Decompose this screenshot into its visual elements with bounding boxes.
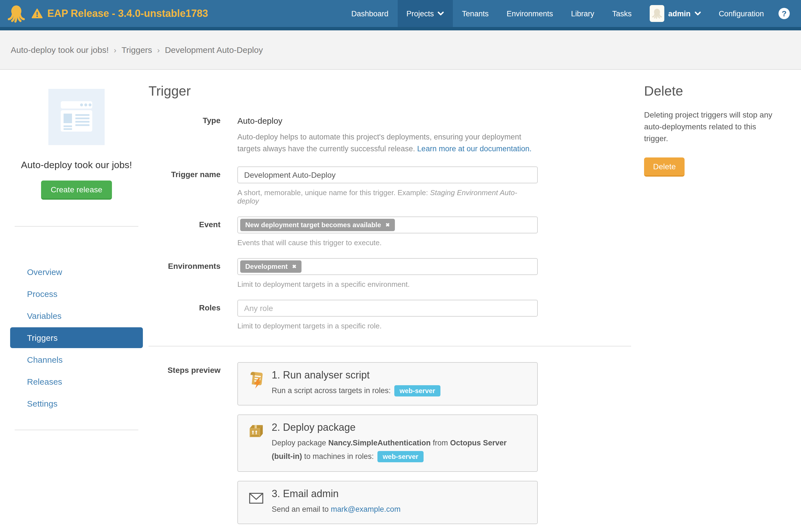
step-description: Deploy package Nancy.SimpleAuthenticatio…	[272, 437, 528, 463]
steps-preview-list: 1. Run analyser script Run a script acro…	[237, 362, 538, 532]
roles-hint: Limit to deployment targets in a specifi…	[237, 322, 538, 330]
roles-label: Roles	[149, 300, 237, 330]
nav-dashboard[interactable]: Dashboard	[342, 0, 397, 27]
sidebar-item-releases[interactable]: Releases	[10, 371, 143, 392]
nav-projects[interactable]: Projects	[397, 0, 453, 27]
step-description-text: Run a script across targets in roles:	[272, 386, 390, 395]
delete-button[interactable]: Delete	[644, 157, 685, 176]
trigger-name-input[interactable]	[237, 167, 538, 183]
octopus-logo-icon[interactable]	[7, 4, 26, 23]
help-menu[interactable]: ?	[773, 0, 801, 27]
sidebar-item-overview[interactable]: Overview	[10, 262, 143, 282]
event-field: New deployment target becomes available …	[237, 216, 538, 247]
step-description-text: to machines in roles:	[302, 452, 374, 460]
breadcrumb-current: Development Auto-Deploy	[165, 45, 263, 55]
top-nav-bar: EAP Release - 3.4.0-unstable1783 Dashboa…	[0, 0, 801, 27]
nav-label: Tenants	[462, 9, 489, 18]
octopus-deploy-app: EAP Release - 3.4.0-unstable1783 Dashboa…	[0, 0, 801, 532]
main-nav: Dashboard Projects Tenants Environments …	[342, 0, 801, 27]
type-field: Auto-deploy Auto-deploy helps to automat…	[237, 113, 538, 155]
breadcrumb-separator: ›	[114, 45, 116, 54]
envelope-icon	[247, 488, 266, 516]
project-name: Auto-deploy took our jobs!	[10, 160, 143, 171]
header-brand: EAP Release - 3.4.0-unstable1783	[0, 0, 208, 27]
trigger-name-hint: A short, memorable, unique name for this…	[237, 188, 538, 205]
step-card-email-admin: 3. Email admin Send an email to mark@exa…	[237, 480, 538, 524]
nav-label: Dashboard	[351, 9, 388, 18]
trigger-name-field: A short, memorable, unique name for this…	[237, 167, 538, 205]
page-content: Auto-deploy took our jobs! Create releas…	[0, 70, 801, 532]
create-release-button[interactable]: Create release	[41, 180, 112, 200]
user-avatar	[650, 5, 664, 22]
event-select[interactable]: New deployment target becomes available …	[237, 216, 538, 233]
documentation-link[interactable]: Learn more at our documentation.	[417, 145, 532, 153]
environment-chip: Development ✖	[240, 260, 302, 273]
remove-icon[interactable]: ✖	[292, 264, 297, 269]
nav-tasks[interactable]: Tasks	[603, 0, 641, 27]
package-name: Nancy.SimpleAuthentication	[328, 439, 431, 448]
app-title-text: EAP Release - 3.4.0-unstable1783	[47, 7, 208, 19]
role-chip: web-server	[378, 451, 423, 462]
hint-text: A short, memorable, unique name for this…	[237, 188, 430, 197]
roles-row: Roles Limit to deployment targets in a s…	[149, 300, 631, 330]
project-sidebar: Auto-deploy took our jobs! Create releas…	[10, 70, 143, 430]
sidebar-divider	[15, 430, 138, 430]
event-hint: Events that will cause this trigger to e…	[237, 239, 538, 247]
sidebar-item-triggers[interactable]: Triggers	[10, 327, 143, 348]
app-title: EAP Release - 3.4.0-unstable1783	[32, 7, 208, 19]
script-icon	[247, 369, 266, 397]
environments-row: Environments Development ✖ Limit to depl…	[149, 258, 631, 288]
help-icon: ?	[779, 8, 790, 19]
email-link[interactable]: mark@example.com	[331, 505, 400, 513]
step-description-text: from	[431, 439, 450, 448]
warning-icon	[32, 8, 43, 19]
remove-icon[interactable]: ✖	[386, 222, 390, 228]
nav-label: Environments	[507, 9, 553, 18]
step-card-deploy-package: 2. Deploy package Deploy package Nancy.S…	[237, 415, 538, 472]
step-description-text: Send an email to	[272, 505, 331, 513]
delete-panel: Delete Deleting project triggers will st…	[644, 70, 774, 176]
nav-label: Configuration	[719, 9, 764, 18]
chevron-down-icon	[694, 11, 701, 16]
breadcrumb-separator: ›	[157, 45, 160, 54]
steps-preview-label: Steps preview	[149, 362, 237, 532]
event-chip: New deployment target becomes available …	[240, 219, 395, 231]
type-value: Auto-deploy	[237, 113, 538, 126]
nav-configuration[interactable]: Configuration	[710, 0, 773, 27]
step-description: Run a script across targets in roles: we…	[272, 384, 528, 397]
user-menu[interactable]: admin	[641, 0, 710, 27]
sidebar-divider	[15, 226, 138, 227]
delete-description: Deleting project triggers will stop any …	[644, 109, 774, 145]
breadcrumb-project[interactable]: Auto-deploy took our jobs!	[11, 45, 109, 55]
sidebar-item-channels[interactable]: Channels	[10, 349, 143, 370]
sidebar-nav: Overview Process Variables Triggers Chan…	[10, 262, 143, 414]
sidebar-item-variables[interactable]: Variables	[10, 305, 143, 326]
sidebar-item-process[interactable]: Process	[10, 283, 143, 304]
user-name: admin	[668, 9, 691, 18]
step-body: 1. Run analyser script Run a script acro…	[272, 369, 528, 397]
nav-tenants[interactable]: Tenants	[453, 0, 498, 27]
environments-select[interactable]: Development ✖	[237, 258, 538, 275]
nav-library[interactable]: Library	[562, 0, 603, 27]
step-description: Send an email to mark@example.com	[272, 502, 528, 516]
step-title: 3. Email admin	[272, 488, 528, 500]
sidebar-item-settings[interactable]: Settings	[10, 393, 143, 414]
type-row: Type Auto-deploy Auto-deploy helps to au…	[149, 113, 631, 155]
nav-label: Tasks	[612, 9, 632, 18]
step-title: 2. Deploy package	[272, 422, 528, 434]
trigger-name-label: Trigger name	[149, 167, 237, 205]
breadcrumb-triggers[interactable]: Triggers	[121, 45, 152, 55]
package-icon	[247, 422, 266, 463]
step-title: 1. Run analyser script	[272, 369, 528, 381]
event-row: Event New deployment target becomes avai…	[149, 216, 631, 247]
nav-label: Library	[571, 9, 594, 18]
delete-title: Delete	[644, 83, 774, 99]
step-body: 2. Deploy package Deploy package Nancy.S…	[272, 422, 528, 463]
type-description: Auto-deploy helps to automate this proje…	[237, 132, 538, 155]
roles-input[interactable]	[237, 300, 538, 317]
event-chip-label: New deployment target becomes available	[245, 221, 381, 229]
trigger-name-row: Trigger name A short, memorable, unique …	[149, 167, 631, 205]
nav-environments[interactable]: Environments	[498, 0, 562, 27]
role-chip: web-server	[395, 385, 440, 397]
environments-field: Development ✖ Limit to deployment target…	[237, 258, 538, 288]
